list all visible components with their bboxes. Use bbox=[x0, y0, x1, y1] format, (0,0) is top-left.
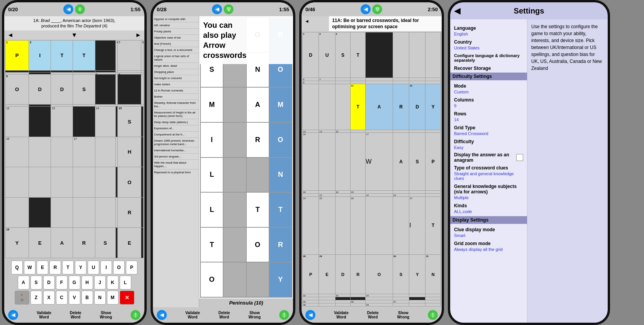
p3-cell-O6[interactable]: O bbox=[366, 254, 393, 294]
p3-r3c5[interactable] bbox=[366, 81, 393, 84]
back-icon[interactable]: ◀ bbox=[63, 4, 73, 14]
cell-E2[interactable]: E bbox=[118, 228, 141, 258]
p3-r6c4[interactable] bbox=[351, 133, 366, 191]
cell-r8c4[interactable] bbox=[73, 167, 95, 198]
p3-r12c5[interactable] bbox=[366, 297, 393, 300]
p3-r8c2[interactable]: 21 bbox=[319, 194, 335, 197]
kinds-value[interactable]: ALL,code bbox=[454, 209, 523, 214]
p3-r7c1[interactable]: 18 bbox=[303, 191, 319, 194]
clues-type-value[interactable]: Straight and general knowledge clues bbox=[454, 171, 523, 181]
p3-r7c6[interactable] bbox=[393, 191, 409, 194]
p3-r8c8[interactable] bbox=[425, 194, 441, 197]
p3-menu-btn[interactable]: ⋮ bbox=[428, 310, 438, 320]
p3-r9c2[interactable]: 25 bbox=[319, 197, 335, 255]
key-P[interactable]: P bbox=[126, 261, 137, 274]
menu-btn-bottom[interactable]: ⋮ bbox=[130, 310, 141, 320]
p3-r5c2[interactable]: 14 bbox=[319, 130, 335, 133]
p3-r5c1[interactable]: 13 bbox=[303, 130, 319, 133]
p3-r14c1[interactable]: 38 bbox=[303, 303, 319, 306]
p3-cell-E[interactable]: 29E bbox=[319, 254, 335, 294]
cell-14[interactable]: 14 bbox=[95, 107, 115, 137]
p3-r6c1[interactable]: 16 bbox=[303, 133, 319, 191]
p3-cell-P2[interactable]: 28P bbox=[303, 254, 319, 294]
p2-cell-Y[interactable]: Y bbox=[269, 262, 292, 297]
p3-r2c2[interactable]: 7 bbox=[319, 78, 335, 81]
p3-back-btn-bottom[interactable]: ◀ bbox=[305, 310, 315, 320]
key-delete[interactable]: ✕ bbox=[120, 291, 134, 305]
key-R[interactable]: R bbox=[49, 261, 61, 274]
p2-cell-R2[interactable]: R bbox=[246, 122, 269, 157]
key-walk[interactable]: 🚶 bbox=[15, 291, 29, 305]
p3-r4c3[interactable] bbox=[335, 84, 350, 130]
p3-r3c7[interactable] bbox=[409, 81, 425, 84]
p3-cell-D[interactable]: 1D bbox=[303, 32, 319, 78]
p3-r5c8[interactable] bbox=[425, 130, 441, 133]
p2-cell-L2[interactable]: L bbox=[200, 192, 223, 227]
p2-cell-M2[interactable]: M bbox=[269, 87, 292, 122]
p3-r8c4[interactable] bbox=[351, 194, 366, 197]
cell-A[interactable]: A bbox=[51, 228, 73, 258]
p2-menu-btn[interactable]: ⋮ bbox=[279, 310, 289, 320]
cell-r8c5[interactable] bbox=[95, 167, 115, 198]
key-S[interactable]: S bbox=[31, 276, 42, 289]
p3-cell-S3[interactable]: 30S bbox=[393, 254, 409, 294]
rows-value[interactable]: 14 bbox=[454, 117, 523, 122]
p3-r8c1[interactable] bbox=[303, 194, 319, 197]
p3-r3c8[interactable] bbox=[425, 81, 441, 84]
country-value[interactable]: United States bbox=[454, 46, 523, 50]
p3-back-icon[interactable]: ◀ bbox=[361, 4, 371, 14]
key-D[interactable]: D bbox=[43, 276, 55, 289]
cell-r7c2[interactable] bbox=[29, 137, 51, 167]
p3-cell-S2[interactable]: S bbox=[409, 133, 425, 191]
p3-r11c5[interactable]: 34 bbox=[366, 294, 393, 297]
p3-r3c6[interactable] bbox=[393, 81, 409, 84]
p3-r13c5[interactable] bbox=[366, 300, 393, 303]
key-Q[interactable]: Q bbox=[11, 261, 23, 274]
clue-display-value[interactable]: Smart bbox=[454, 233, 523, 238]
recover-label[interactable]: Recover Storage bbox=[454, 66, 523, 71]
p2-cell-T1[interactable]: T bbox=[246, 192, 269, 227]
p2-cell-M1[interactable]: M bbox=[200, 87, 223, 122]
p3-cell-A2[interactable]: A bbox=[366, 84, 393, 130]
p3-r2c7[interactable] bbox=[409, 78, 425, 81]
p3-r14c6[interactable] bbox=[393, 303, 409, 306]
p3-r2c8[interactable] bbox=[425, 78, 441, 81]
p3-r7c3[interactable]: 19 bbox=[335, 191, 350, 194]
language-value[interactable]: English bbox=[454, 32, 523, 36]
p3-r2c1[interactable]: 6 bbox=[303, 78, 319, 81]
key-U[interactable]: U bbox=[88, 261, 99, 274]
key-K[interactable]: K bbox=[107, 276, 119, 289]
p3-r7c4[interactable]: 20 bbox=[351, 191, 366, 194]
cell-15S[interactable]: 15S bbox=[118, 107, 141, 137]
p3-r13c4[interactable]: 36 bbox=[351, 300, 366, 303]
key-C[interactable]: C bbox=[56, 291, 68, 305]
cell-13[interactable]: 13 bbox=[51, 107, 73, 137]
p3-r2c5[interactable] bbox=[366, 78, 393, 81]
p3-r6c3[interactable] bbox=[335, 133, 350, 191]
key-O[interactable]: O bbox=[113, 261, 125, 274]
cell-r4c8[interactable] bbox=[141, 74, 144, 105]
p3-cell-R3[interactable]: R bbox=[351, 254, 366, 294]
p2-cell-T2[interactable]: T bbox=[269, 192, 292, 227]
p3-show-wrong-btn[interactable]: ShowWrong bbox=[397, 311, 409, 319]
p2-cell-O5[interactable]: O bbox=[200, 262, 223, 297]
p3-r6c2[interactable] bbox=[319, 133, 335, 191]
p3-r7c8[interactable] bbox=[425, 191, 441, 194]
p3-r11c2[interactable] bbox=[319, 294, 335, 297]
p3-r3c1[interactable]: 9 bbox=[303, 81, 319, 84]
p3-r4c2[interactable] bbox=[319, 84, 335, 130]
cell-r8c2[interactable] bbox=[29, 167, 51, 198]
p3-cell-T2[interactable]: 11T bbox=[351, 84, 366, 130]
p3-r3c2[interactable] bbox=[319, 81, 335, 84]
info-icon[interactable]: i bbox=[75, 4, 85, 14]
p3-cell-T3[interactable]: T bbox=[425, 197, 441, 255]
p3-r7c7[interactable] bbox=[409, 191, 425, 194]
back-btn-bottom[interactable]: ◀ bbox=[8, 310, 18, 320]
key-M[interactable]: M bbox=[107, 291, 119, 305]
p3-nav-left[interactable]: ◄ bbox=[302, 16, 329, 31]
cell-12[interactable]: 12 bbox=[5, 107, 29, 137]
p3-r9c5[interactable] bbox=[366, 197, 393, 255]
p3-r12c1[interactable] bbox=[303, 297, 319, 300]
mode-value[interactable]: Custom bbox=[454, 90, 523, 94]
key-T[interactable]: T bbox=[62, 261, 74, 274]
